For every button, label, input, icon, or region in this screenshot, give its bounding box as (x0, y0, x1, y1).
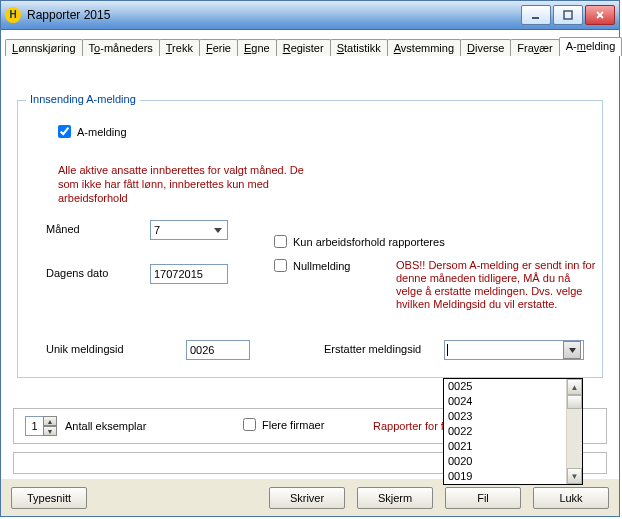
flere-firmaer-label: Flere firmaer (262, 419, 324, 431)
dropdown-scrollbar[interactable]: ▲ ▼ (566, 379, 582, 484)
group-title: Innsending A-melding (26, 93, 140, 105)
fil-button[interactable]: Fil (445, 487, 521, 509)
lukk-button[interactable]: Lukk (533, 487, 609, 509)
obs-text: OBS!! Dersom A-melding er sendt inn for … (396, 259, 596, 311)
tab-l-nnskj-ring[interactable]: Lønnskjøring (5, 39, 83, 57)
skriver-button[interactable]: Skriver (269, 487, 345, 509)
tab-to-m-neders[interactable]: To-måneders (82, 39, 160, 57)
chevron-down-icon[interactable] (563, 341, 581, 359)
tab-ferie[interactable]: Ferie (199, 39, 238, 57)
amelding-checkbox[interactable] (58, 125, 71, 138)
window: H Rapporter 2015 LønnskjøringTo-måneders… (0, 0, 620, 517)
dato-field[interactable] (150, 264, 228, 284)
scroll-up-icon[interactable]: ▲ (567, 379, 582, 395)
dropdown-option[interactable]: 0025 (444, 379, 566, 394)
nullmelding-label: Nullmelding (293, 260, 350, 272)
titlebar[interactable]: H Rapporter 2015 (1, 1, 619, 30)
erst-label: Erstatter meldingsid (324, 343, 421, 355)
group-innsending: Innsending A-melding A-melding Alle akti… (17, 100, 603, 378)
tab-trekk[interactable]: Trekk (159, 39, 200, 57)
svg-rect-0 (532, 17, 539, 19)
dropdown-option[interactable]: 0019 (444, 469, 566, 484)
nullmelding-checkbox[interactable] (274, 259, 287, 272)
tab-avstemming[interactable]: Avstemming (387, 39, 461, 57)
typesnitt-button[interactable]: Typesnitt (11, 487, 87, 509)
skjerm-button[interactable]: Skjerm (357, 487, 433, 509)
tab-a-melding[interactable]: A-melding (559, 37, 622, 56)
kun-arb-checkbox[interactable] (274, 235, 287, 248)
spin-up-icon[interactable]: ▲ (43, 416, 57, 426)
null-checkbox-row[interactable]: Nullmelding (274, 259, 350, 272)
tab-statistikk[interactable]: Statistikk (330, 39, 388, 57)
svg-rect-1 (564, 11, 572, 19)
dropdown-option[interactable]: 0024 (444, 394, 566, 409)
maximize-button[interactable] (553, 5, 583, 25)
close-button[interactable] (585, 5, 615, 25)
scroll-down-icon[interactable]: ▼ (567, 468, 582, 484)
amelding-checkbox-row[interactable]: A-melding (58, 125, 127, 138)
tab-egne[interactable]: Egne (237, 39, 277, 57)
copies-label: Antall eksemplar (65, 420, 146, 432)
copies-spinner[interactable]: 1 ▲ ▼ (25, 416, 57, 436)
tab-register[interactable]: Register (276, 39, 331, 57)
tab-bar: LønnskjøringTo-månedersTrekkFerieEgneReg… (5, 34, 615, 56)
kun-arb-checkbox-row[interactable]: Kun arbeidsforhold rapporteres (274, 235, 445, 248)
dropdown-option[interactable]: 0020 (444, 454, 566, 469)
erst-dropdown[interactable]: 0025002400230022002100200019 ▲ ▼ (443, 378, 583, 485)
scroll-thumb[interactable] (567, 395, 582, 409)
dropdown-option[interactable]: 0023 (444, 409, 566, 424)
copies-value[interactable]: 1 (25, 416, 43, 436)
kun-arb-label: Kun arbeidsforhold rapporteres (293, 236, 445, 248)
dropdown-option[interactable]: 0022 (444, 424, 566, 439)
unik-label: Unik meldingsid (46, 343, 124, 355)
spin-down-icon[interactable]: ▼ (43, 426, 57, 436)
svg-marker-4 (569, 348, 576, 353)
unik-field[interactable] (186, 340, 250, 360)
dropdown-option[interactable]: 0021 (444, 439, 566, 454)
text-caret (447, 344, 448, 356)
maaned-label: Måned (46, 223, 80, 235)
tab-frav-r[interactable]: Fravær (510, 39, 559, 57)
scroll-track[interactable] (567, 409, 582, 468)
window-title: Rapporter 2015 (27, 8, 521, 22)
info-text: Alle aktive ansatte innberettes for valg… (58, 163, 308, 205)
flere-firmaer-row[interactable]: Flere firmaer (243, 418, 324, 431)
rapporter-for-text: Rapporter for f (373, 420, 444, 432)
erst-select[interactable] (444, 340, 584, 360)
app-icon: H (5, 7, 21, 23)
maaned-select[interactable]: 7 (150, 220, 228, 240)
tab-panel-amelding: Innsending A-melding A-melding Alle akti… (5, 56, 615, 481)
dato-label: Dagens dato (46, 267, 108, 279)
flere-firmaer-checkbox[interactable] (243, 418, 256, 431)
amelding-checkbox-label: A-melding (77, 126, 127, 138)
minimize-button[interactable] (521, 5, 551, 25)
tab-diverse[interactable]: Diverse (460, 39, 511, 57)
